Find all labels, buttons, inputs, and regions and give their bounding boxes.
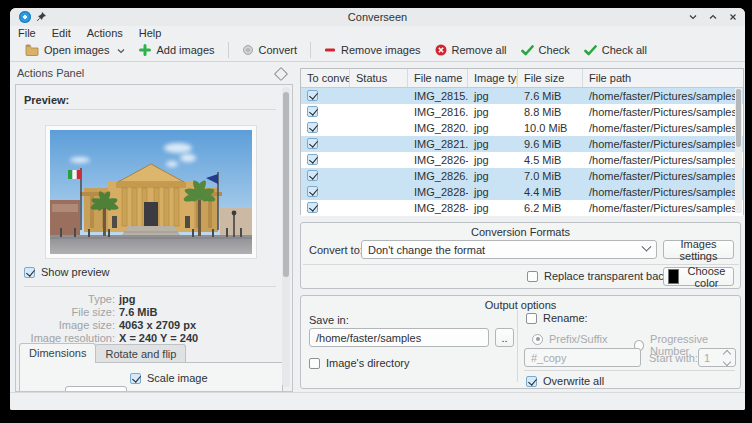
main-pane: To convertStatusFile nameImage typeFile … bbox=[299, 62, 745, 392]
toolbar-separator bbox=[310, 42, 311, 58]
row-checkbox[interactable] bbox=[307, 202, 318, 213]
table-cell-filepath: /home/faster/Pictures/samples bbox=[583, 122, 743, 134]
dimension-tabs: DimensionsRotate and flip bbox=[19, 344, 185, 363]
table-cell-filename: IMG_2828-3.jpg bbox=[408, 202, 468, 214]
start-with-spinner[interactable]: 1 bbox=[698, 348, 736, 367]
column-header-file-size[interactable]: File size bbox=[518, 69, 583, 87]
actions-panel: Actions Panel Preview: bbox=[10, 62, 298, 392]
maximize-button[interactable] bbox=[706, 10, 719, 23]
chevron-down-icon bbox=[642, 242, 652, 252]
row-checkbox[interactable] bbox=[307, 154, 318, 165]
convert-button[interactable]: Convert bbox=[235, 42, 305, 58]
table-cell-filesize: 7.0 MiB bbox=[518, 170, 583, 182]
row-checkbox[interactable] bbox=[307, 186, 318, 197]
table-cell-filesize: 9.6 MiB bbox=[518, 138, 583, 150]
table-cell-imagetype: jpg bbox=[468, 186, 518, 198]
table-row[interactable]: IMG_2826-Mo...jpg4.5 MiB/home/faster/Pic… bbox=[301, 152, 743, 168]
check-button[interactable]: Check bbox=[514, 42, 577, 58]
dimensions-tab-panel: Scale image bbox=[19, 362, 283, 392]
titlebar[interactable]: Converseen bbox=[10, 8, 745, 26]
row-checkbox[interactable] bbox=[307, 170, 318, 181]
metadata-label: Type: bbox=[16, 293, 115, 306]
panel-scrollbar[interactable] bbox=[282, 87, 290, 387]
tab-rotate-and-flip[interactable]: Rotate and flip bbox=[95, 344, 186, 363]
overwrite-all-checkbox[interactable]: Overwrite all bbox=[526, 375, 604, 387]
table-cell-filename: IMG_2821.jpg bbox=[408, 138, 468, 150]
tab-dimensions[interactable]: Dimensions bbox=[19, 343, 96, 363]
table-cell-filesize: 6.2 MiB bbox=[518, 202, 583, 214]
preview-image bbox=[45, 125, 257, 259]
menu-item-help[interactable]: Help bbox=[139, 27, 162, 39]
open-images-button[interactable]: Open images bbox=[18, 42, 132, 58]
group-title: Conversion Formats bbox=[301, 226, 740, 238]
show-preview-checkbox[interactable]: Show preview bbox=[24, 266, 109, 278]
minimize-button[interactable] bbox=[686, 10, 699, 23]
check-all-button[interactable]: Check all bbox=[577, 42, 654, 58]
column-header-status[interactable]: Status bbox=[350, 69, 408, 87]
table-cell-to-convert bbox=[301, 170, 350, 183]
table-cell-filepath: /home/faster/Pictures/samples bbox=[583, 186, 743, 198]
row-checkbox[interactable] bbox=[307, 122, 318, 133]
toolbar-button-label: Add images bbox=[156, 44, 214, 56]
rename-checkbox[interactable]: Rename: bbox=[526, 312, 588, 324]
files-table: To convertStatusFile nameImage typeFile … bbox=[300, 68, 744, 215]
table-cell-imagetype: jpg bbox=[468, 154, 518, 166]
table-row[interactable]: IMG_2828-3.jpgjpg6.2 MiB/home/faster/Pic… bbox=[301, 200, 743, 216]
add-images-button[interactable]: Add images bbox=[132, 42, 221, 58]
close-button[interactable] bbox=[726, 10, 739, 23]
table-cell-filesize: 10.0 MiB bbox=[518, 122, 583, 134]
preview-label: Preview: bbox=[24, 94, 69, 106]
remove-images-button[interactable]: Remove images bbox=[317, 42, 427, 58]
table-cell-to-convert bbox=[301, 90, 350, 103]
statusbar bbox=[10, 392, 745, 410]
rename-pattern-input[interactable]: #_copy bbox=[524, 348, 641, 367]
table-row[interactable]: IMG_2816.jpgjpg8.8 MiB/home/faster/Pictu… bbox=[301, 104, 743, 120]
table-cell-filepath: /home/faster/Pictures/samples bbox=[583, 90, 743, 102]
actions-panel-title: Actions Panel bbox=[17, 67, 84, 79]
table-cell-filepath: /home/faster/Pictures/samples bbox=[583, 106, 743, 118]
choose-color-button[interactable]: Choose color bbox=[663, 267, 734, 286]
row-checkbox[interactable] bbox=[307, 90, 318, 101]
table-row[interactable]: IMG_2815.jpgjpg7.6 MiB/home/faster/Pictu… bbox=[301, 88, 743, 104]
browse-button[interactable]: .. bbox=[495, 328, 514, 347]
table-row[interactable]: IMG_2826.jpgjpg7.0 MiB/home/faster/Pictu… bbox=[301, 168, 743, 184]
menu-item-edit[interactable]: Edit bbox=[52, 27, 71, 39]
table-row[interactable]: IMG_2820.jpgjpg10.0 MiB/home/faster/Pict… bbox=[301, 120, 743, 136]
menu-item-file[interactable]: File bbox=[18, 27, 36, 39]
table-row[interactable]: IMG_2828-2.jpgjpg4.4 MiB/home/faster/Pic… bbox=[301, 184, 743, 200]
column-header-to-convert[interactable]: To convert bbox=[301, 69, 350, 87]
table-cell-filesize: 7.6 MiB bbox=[518, 90, 583, 102]
table-cell-imagetype: jpg bbox=[468, 122, 518, 134]
table-scrollbar[interactable] bbox=[735, 88, 742, 213]
save-path-input[interactable]: /home/faster/samples bbox=[309, 328, 489, 347]
menu-item-actions[interactable]: Actions bbox=[87, 27, 123, 39]
convert-to-label: Convert to: bbox=[309, 244, 363, 256]
table-row[interactable]: IMG_2821.jpgjpg9.6 MiB/home/faster/Pictu… bbox=[301, 136, 743, 152]
remove-all-button[interactable]: Remove all bbox=[428, 42, 514, 58]
prefix-suffix-radio[interactable]: Prefix/Suffix bbox=[532, 333, 608, 345]
table-cell-to-convert bbox=[301, 122, 350, 135]
spinner-arrows-icon[interactable] bbox=[724, 351, 730, 365]
table-cell-filesize: 8.8 MiB bbox=[518, 106, 583, 118]
metadata-row: File size:7.6 MiB bbox=[16, 306, 276, 319]
folder-icon bbox=[25, 44, 39, 56]
column-header-image-type[interactable]: Image type bbox=[468, 69, 518, 87]
toolbar-separator bbox=[228, 42, 229, 58]
metadata-label: Image size: bbox=[16, 319, 115, 332]
float-panel-icon[interactable] bbox=[274, 67, 288, 81]
images-settings-button[interactable]: Images settings bbox=[663, 240, 734, 259]
row-checkbox[interactable] bbox=[307, 106, 318, 117]
scale-image-checkbox[interactable]: Scale image bbox=[130, 372, 208, 384]
format-select[interactable]: Don't change the format bbox=[361, 240, 657, 259]
table-cell-to-convert bbox=[301, 154, 350, 167]
column-header-file-path[interactable]: File path bbox=[583, 69, 743, 87]
images-directory-checkbox[interactable]: Image's directory bbox=[309, 357, 409, 369]
table-cell-to-convert bbox=[301, 186, 350, 199]
row-checkbox[interactable] bbox=[307, 138, 318, 149]
plus-icon bbox=[139, 44, 151, 56]
table-cell-filepath: /home/faster/Pictures/samples bbox=[583, 202, 743, 214]
column-header-file-name[interactable]: File name bbox=[408, 69, 468, 87]
check-icon bbox=[584, 45, 597, 56]
actions-panel-titlebar[interactable]: Actions Panel bbox=[10, 66, 298, 82]
metadata-value: 7.6 MiB bbox=[119, 306, 158, 319]
